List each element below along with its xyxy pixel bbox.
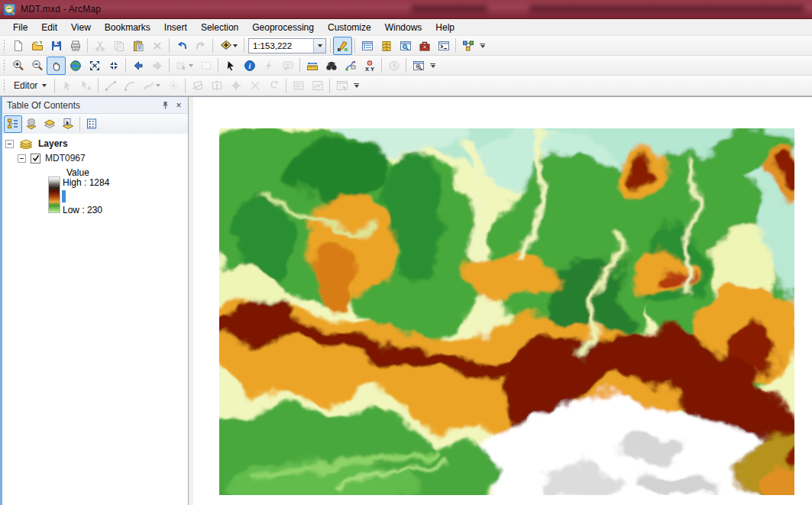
fixed-zoom-out-button[interactable] xyxy=(104,57,123,75)
arctoolbox-window-button[interactable] xyxy=(415,37,434,55)
delete-button[interactable] xyxy=(147,37,167,55)
viewer-window-icon xyxy=(412,60,425,72)
collapse-expander[interactable] xyxy=(18,154,26,163)
menu-help[interactable]: Help xyxy=(429,20,461,35)
new-document-button[interactable] xyxy=(8,37,27,55)
paste-icon xyxy=(132,40,144,52)
separator xyxy=(185,79,186,93)
select-features-button[interactable] xyxy=(172,57,196,75)
cut-button[interactable] xyxy=(90,37,109,55)
find-route-button[interactable] xyxy=(341,57,360,75)
clear-selected-features-button[interactable] xyxy=(196,57,215,75)
measure-button[interactable] xyxy=(302,57,322,75)
toolbar-overflow-button[interactable] xyxy=(351,77,361,94)
zoom-out-icon xyxy=(31,60,44,72)
zoom-out-button[interactable] xyxy=(27,57,47,75)
go-forward-extent-button[interactable] xyxy=(147,57,167,75)
trim-tool-button[interactable] xyxy=(245,76,264,95)
html-popup-button[interactable] xyxy=(278,57,297,75)
viewer-window-button[interactable] xyxy=(409,57,428,75)
trace-tool-button[interactable] xyxy=(139,76,163,95)
redacted-text xyxy=(411,5,487,13)
select-elements-button[interactable] xyxy=(221,57,240,75)
find-button[interactable] xyxy=(322,57,341,75)
editor-menu-button[interactable]: Editor xyxy=(8,79,52,92)
list-by-selection-button[interactable] xyxy=(59,115,77,133)
menu-file[interactable]: File xyxy=(6,20,34,35)
pin-button[interactable] xyxy=(159,99,171,111)
create-features-window-button[interactable] xyxy=(332,76,351,95)
separator xyxy=(218,58,218,73)
undo-button[interactable] xyxy=(172,37,191,55)
list-by-visibility-icon xyxy=(44,118,56,130)
toolbar-overflow-button[interactable] xyxy=(477,37,487,54)
search-window-button[interactable] xyxy=(396,37,415,55)
delete-icon xyxy=(151,40,163,52)
paste-button[interactable] xyxy=(128,37,147,55)
overflow-caret xyxy=(431,65,435,68)
fixed-zoom-in-button[interactable] xyxy=(85,57,104,75)
tree-item-mdt0967[interactable]: MDT0967 xyxy=(18,153,86,163)
menu-windows[interactable]: Windows xyxy=(378,20,429,35)
pan-button[interactable] xyxy=(47,57,66,75)
open-button[interactable] xyxy=(27,37,47,55)
print-button[interactable] xyxy=(66,37,85,55)
list-by-drawing-order-button[interactable] xyxy=(4,115,22,133)
scale-dropdown-button[interactable] xyxy=(313,39,325,53)
undo-sketch-button[interactable] xyxy=(264,76,283,95)
toc-header[interactable]: Table Of Contents × xyxy=(0,97,188,114)
menu-view[interactable]: View xyxy=(64,20,98,35)
cut-polygons-button[interactable] xyxy=(188,76,207,95)
map-canvas[interactable] xyxy=(193,97,812,505)
menu-geoprocessing[interactable]: Geoprocessing xyxy=(245,20,321,35)
split-tool-button[interactable] xyxy=(207,76,226,95)
table-of-contents-window-button[interactable] xyxy=(357,37,377,55)
map-scale-combobox[interactable]: 1:153,222 xyxy=(248,38,326,53)
identify-button[interactable]: i xyxy=(240,57,259,75)
rotate-tool-button[interactable] xyxy=(226,76,245,95)
toolbar-grip[interactable] xyxy=(3,59,5,73)
collapse-expander[interactable] xyxy=(5,140,14,148)
editor-toolbar-toggle-button[interactable] xyxy=(333,37,352,55)
menu-customize[interactable]: Customize xyxy=(321,20,378,35)
add-data-button[interactable] xyxy=(215,37,241,55)
hyperlink-button[interactable] xyxy=(259,57,278,75)
menu-selection[interactable]: Selection xyxy=(194,20,245,35)
list-by-visibility-button[interactable] xyxy=(40,115,59,133)
tree-item-layers[interactable]: Layers xyxy=(5,138,68,149)
snap-vertex-button[interactable] xyxy=(163,76,183,95)
go-back-extent-button[interactable] xyxy=(128,57,147,75)
copy-button[interactable] xyxy=(109,37,128,55)
modelbuilder-window-button[interactable] xyxy=(458,37,477,55)
add-data-dropdown-caret xyxy=(233,44,238,47)
go-to-xy-button[interactable]: XY xyxy=(360,57,379,75)
separator xyxy=(330,38,331,53)
close-panel-button[interactable]: × xyxy=(173,99,185,111)
toc-options-button[interactable] xyxy=(82,115,101,133)
time-slider-button[interactable] xyxy=(384,57,403,75)
title-bar[interactable]: MDT.mxd - ArcMap xyxy=(0,0,812,19)
toolbar-grip[interactable] xyxy=(3,39,5,53)
layer-visibility-checkbox[interactable] xyxy=(31,154,40,163)
endpoint-arc-segment-button[interactable] xyxy=(120,76,139,95)
catalog-window-button[interactable] xyxy=(377,37,396,55)
straight-segment-button[interactable] xyxy=(101,76,120,95)
attributes-window-button[interactable] xyxy=(289,76,308,95)
cut-polygons-icon xyxy=(192,79,204,92)
full-extent-button[interactable] xyxy=(66,57,85,75)
python-window-button[interactable] xyxy=(434,37,453,55)
toolbar-grip[interactable] xyxy=(3,79,5,92)
redo-button[interactable] xyxy=(191,37,210,55)
save-button[interactable] xyxy=(47,37,66,55)
zoom-in-button[interactable] xyxy=(8,57,27,75)
editor-menu-label: Editor xyxy=(14,80,37,91)
list-by-source-button[interactable] xyxy=(22,115,40,133)
edit-tool-button[interactable] xyxy=(57,76,76,95)
menu-insert[interactable]: Insert xyxy=(157,20,194,35)
menu-edit[interactable]: Edit xyxy=(34,20,64,35)
toolbar-overflow-button[interactable] xyxy=(428,57,438,74)
edit-annotation-tool-button[interactable]: A xyxy=(76,76,95,95)
menu-bookmarks[interactable]: Bookmarks xyxy=(98,20,157,35)
sketch-properties-button[interactable] xyxy=(308,76,327,95)
print-icon xyxy=(70,40,82,52)
